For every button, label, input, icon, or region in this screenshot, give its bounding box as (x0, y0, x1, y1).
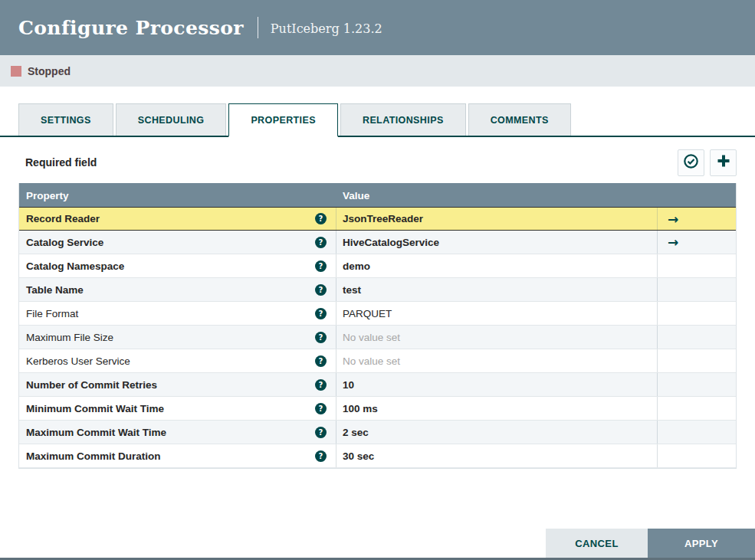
property-name-cell: Catalog Namespace? (19, 254, 336, 277)
property-value-cell[interactable]: demo (336, 254, 658, 277)
property-row-maximum-commit-duration: Maximum Commit Duration?30 sec (19, 444, 736, 468)
row-actions-cell (658, 278, 736, 301)
property-name-cell: Minimum Commit Wait Time? (19, 397, 336, 420)
property-value: 2 sec (343, 427, 369, 438)
row-actions-cell (658, 254, 736, 277)
property-name: Maximum Commit Duration (26, 450, 161, 462)
dialog-footer: CANCEL APPLY (546, 529, 755, 558)
dialog-header: Configure Processor PutIceberg 1.23.2 (0, 0, 755, 55)
property-name-cell: Catalog Service? (19, 231, 336, 254)
tab-comments[interactable]: COMMENTS (468, 103, 571, 136)
status-bar: Stopped (0, 55, 755, 87)
property-name: Catalog Namespace (26, 260, 124, 272)
stopped-icon (11, 66, 21, 77)
help-icon[interactable]: ? (315, 450, 327, 462)
property-value-cell[interactable]: JsonTreeReader (336, 208, 658, 230)
toolbar-buttons (678, 149, 737, 176)
property-value: test (343, 284, 361, 296)
property-value-cell[interactable]: 10 (336, 373, 658, 396)
property-value-cell[interactable]: No value set (336, 326, 658, 349)
property-value: HiveCatalogService (343, 237, 439, 248)
apply-button[interactable]: APPLY (648, 529, 755, 558)
property-name-cell: Number of Commit Retries? (19, 373, 336, 396)
help-icon[interactable]: ? (315, 332, 327, 343)
property-value-cell[interactable]: No value set (336, 349, 658, 372)
row-actions-cell (658, 349, 736, 372)
add-property-button[interactable] (710, 149, 737, 176)
tab-bar: SETTINGSSCHEDULINGPROPERTIESRELATIONSHIP… (0, 103, 755, 137)
property-name: Minimum Commit Wait Time (26, 403, 164, 414)
property-name-cell: Maximum Commit Wait Time? (19, 421, 336, 444)
processor-name-version: PutIceberg 1.23.2 (271, 21, 382, 36)
property-name: Maximum File Size (26, 332, 113, 343)
cancel-button[interactable]: CANCEL (546, 529, 648, 558)
help-icon[interactable]: ? (315, 403, 327, 414)
property-name-cell: Table Name? (19, 278, 336, 301)
property-row-catalog-namespace: Catalog Namespace?demo (19, 254, 736, 278)
property-name: File Format (26, 308, 78, 319)
property-name: Table Name (26, 284, 84, 296)
help-icon[interactable]: ? (315, 379, 327, 391)
help-icon[interactable]: ? (315, 284, 327, 296)
property-row-number-of-commit-retries: Number of Commit Retries?10 (19, 373, 736, 397)
help-icon[interactable]: ? (315, 237, 327, 248)
property-value: PARQUET (343, 308, 392, 319)
value-column-header: Value (336, 190, 658, 201)
help-icon[interactable]: ? (315, 213, 327, 224)
help-icon[interactable]: ? (315, 427, 327, 438)
required-field-label: Required field (18, 156, 97, 169)
property-value: 10 (343, 379, 354, 391)
go-to-service-arrow-icon[interactable]: → (668, 234, 678, 250)
property-value: demo (343, 260, 370, 272)
table-header: Property Value (19, 183, 736, 208)
property-row-table-name: Table Name?test (19, 278, 736, 302)
tab-settings[interactable]: SETTINGS (18, 103, 113, 136)
plus-icon (716, 153, 731, 172)
title-divider (258, 17, 258, 38)
property-value-cell[interactable]: 100 ms (336, 397, 658, 420)
property-value: 100 ms (343, 403, 378, 414)
tab-scheduling[interactable]: SCHEDULING (116, 103, 227, 136)
help-icon[interactable]: ? (315, 355, 327, 367)
property-value-cell[interactable]: 30 sec (336, 444, 658, 467)
row-actions-cell (658, 421, 736, 444)
property-value: 30 sec (343, 450, 374, 462)
property-row-minimum-commit-wait-time: Minimum Commit Wait Time?100 ms (19, 397, 736, 421)
property-name-cell: Maximum File Size? (19, 326, 336, 349)
tab-properties[interactable]: PROPERTIES (228, 103, 338, 137)
status-label: Stopped (28, 65, 71, 77)
property-name: Record Reader (26, 213, 100, 224)
row-actions-cell (658, 397, 736, 420)
property-value: No value set (343, 355, 400, 367)
go-to-service-arrow-icon[interactable]: → (668, 211, 678, 227)
property-value: JsonTreeReader (343, 213, 423, 224)
row-actions-cell: → (658, 231, 736, 254)
tab-relationships[interactable]: RELATIONSHIPS (340, 103, 466, 136)
property-name: Catalog Service (26, 237, 103, 248)
property-value: No value set (343, 332, 400, 343)
dialog-title: Configure Processor (18, 17, 244, 39)
property-value-cell[interactable]: PARQUET (336, 302, 658, 325)
dialog-content: SETTINGSSCHEDULINGPROPERTIESRELATIONSHIP… (0, 103, 755, 469)
property-row-record-reader: Record Reader?JsonTreeReader→ (19, 207, 736, 231)
property-row-catalog-service: Catalog Service?HiveCatalogService→ (19, 231, 736, 254)
property-row-kerberos-user-service: Kerberos User Service?No value set (19, 349, 736, 373)
property-name: Kerberos User Service (26, 355, 130, 367)
property-name-cell: Maximum Commit Duration? (19, 444, 336, 467)
help-icon[interactable]: ? (315, 308, 327, 319)
help-icon[interactable]: ? (315, 260, 327, 272)
property-name-cell: Kerberos User Service? (19, 349, 336, 372)
properties-table: Property Value Record Reader?JsonTreeRea… (18, 183, 737, 469)
configure-processor-dialog: Configure Processor PutIceberg 1.23.2 St… (0, 0, 755, 560)
property-name: Number of Commit Retries (26, 379, 157, 391)
table-body: Record Reader?JsonTreeReader→Catalog Ser… (19, 207, 736, 468)
property-row-file-format: File Format?PARQUET (19, 302, 736, 326)
property-value-cell[interactable]: test (336, 278, 658, 301)
row-actions-cell (658, 326, 736, 349)
property-value-cell[interactable]: HiveCatalogService (336, 231, 658, 254)
property-row-maximum-commit-wait-time: Maximum Commit Wait Time?2 sec (19, 421, 736, 444)
property-row-maximum-file-size: Maximum File Size?No value set (19, 326, 736, 349)
verify-properties-button[interactable] (678, 149, 704, 176)
property-value-cell[interactable]: 2 sec (336, 421, 658, 444)
property-name-cell: Record Reader? (19, 208, 336, 230)
